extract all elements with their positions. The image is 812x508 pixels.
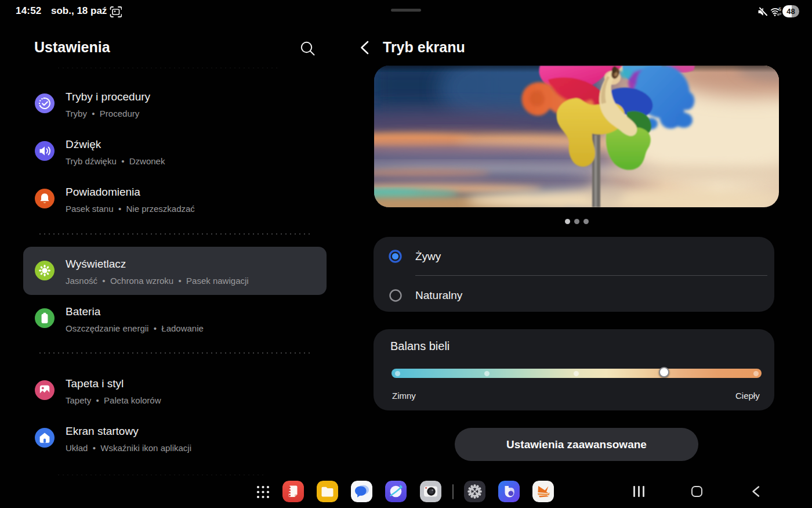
svg-text:5: 5 [778,6,781,12]
